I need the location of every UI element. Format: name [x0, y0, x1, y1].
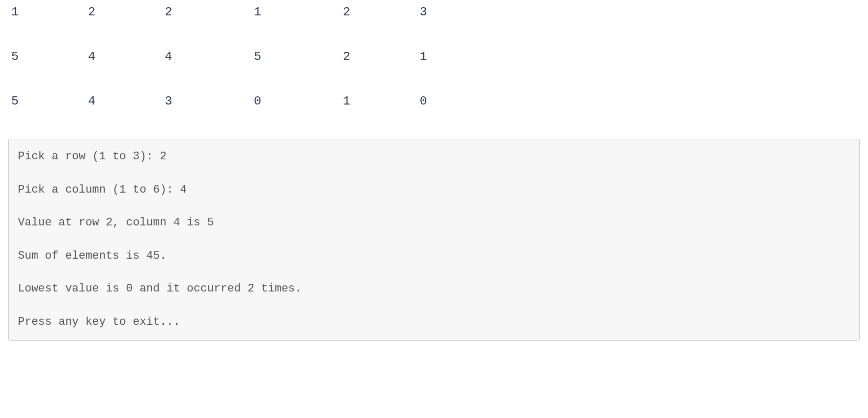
console-line: Value at row 2, column 4 is 5 — [18, 216, 850, 231]
matrix-cell: 1 — [343, 94, 420, 108]
matrix-cell: 1 — [254, 5, 331, 19]
matrix-cell: 4 — [88, 50, 165, 64]
console-line: Sum of elements is 45. — [18, 249, 850, 264]
matrix-cell: 5 — [11, 94, 88, 108]
matrix-cell: 2 — [88, 5, 165, 19]
matrix-cell: 2 — [343, 50, 420, 64]
matrix-cell: 3 — [420, 5, 496, 19]
matrix-display: 1 2 2 1 2 3 5 4 4 5 2 1 5 4 3 0 1 0 — [5, 5, 863, 108]
console-line: Press any key to exit... — [18, 315, 850, 330]
matrix-cell: 5 — [254, 50, 331, 64]
matrix-cell: 1 — [11, 5, 88, 19]
matrix-row: 1 2 2 1 2 3 — [11, 5, 863, 19]
matrix-cell: 2 — [343, 5, 420, 19]
console-line: Pick a row (1 to 3): 2 — [18, 150, 850, 164]
console-output: Pick a row (1 to 3): 2 Pick a column (1 … — [8, 139, 860, 341]
matrix-cell: 4 — [165, 50, 242, 64]
matrix-cell: 4 — [88, 94, 165, 108]
matrix-cell: 5 — [11, 50, 88, 64]
matrix-cell: 0 — [420, 94, 496, 108]
console-line: Lowest value is 0 and it occurred 2 time… — [18, 282, 850, 297]
matrix-cell: 0 — [254, 94, 331, 108]
matrix-cell: 1 — [420, 50, 496, 64]
matrix-cell: 3 — [165, 94, 242, 108]
matrix-row: 5 4 3 0 1 0 — [11, 94, 863, 108]
matrix-row: 5 4 4 5 2 1 — [11, 50, 863, 64]
matrix-cell: 2 — [165, 5, 242, 19]
console-line: Pick a column (1 to 6): 4 — [18, 183, 850, 198]
